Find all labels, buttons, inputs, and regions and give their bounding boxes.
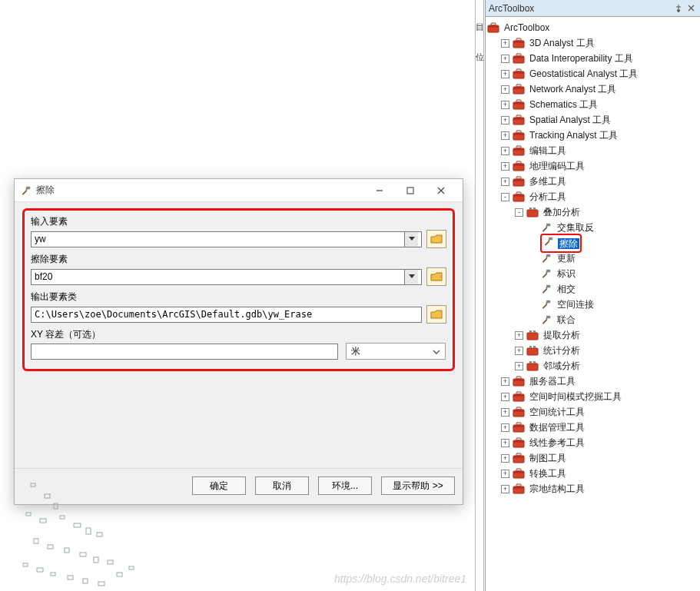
- toolbox-tree[interactable]: ArcToolbox +3D Analyst 工具+Data Interoper…: [486, 17, 700, 500]
- divider-sliver: 目 位: [475, 0, 484, 591]
- expand-icon[interactable]: +: [501, 393, 509, 401]
- xy-tolerance-input[interactable]: [31, 344, 338, 360]
- tree-item[interactable]: 交集取反: [487, 220, 698, 235]
- expand-icon[interactable]: +: [501, 70, 509, 78]
- tree-item[interactable]: -分析工具: [487, 189, 698, 204]
- chevron-down-icon[interactable]: [404, 270, 418, 284]
- tree-item-label: 分析工具: [528, 189, 568, 204]
- svg-rect-76: [546, 270, 550, 273]
- browse-output-button[interactable]: [426, 305, 446, 324]
- tree-item[interactable]: +3D Analyst 工具: [487, 35, 698, 51]
- collapse-icon[interactable]: -: [501, 193, 509, 201]
- show-help-button[interactable]: 显示帮助 >>: [381, 476, 455, 495]
- browse-erase-button[interactable]: [426, 267, 446, 286]
- tree-item-label: 3D Analyst 工具: [528, 35, 596, 51]
- svg-rect-67: [527, 210, 538, 217]
- tree-item[interactable]: +Data Interoperability 工具: [487, 51, 698, 66]
- minimize-button[interactable]: [364, 181, 395, 201]
- svg-rect-98: [516, 392, 521, 394]
- expand-icon[interactable]: +: [501, 39, 509, 48]
- tree-item[interactable]: +多维工具: [487, 174, 698, 189]
- toolbox-icon: [513, 52, 525, 65]
- svg-rect-28: [129, 566, 134, 569]
- tree-item[interactable]: 联合: [487, 312, 698, 327]
- expand-icon[interactable]: +: [501, 131, 509, 140]
- ok-button[interactable]: 确定: [192, 476, 246, 495]
- dialog-titlebar[interactable]: 擦除: [15, 179, 463, 202]
- tree-item[interactable]: +Geostatistical Analyst 工具: [487, 66, 698, 81]
- toolbox-icon: [513, 406, 525, 418]
- panel-titlebar[interactable]: ArcToolbox: [486, 0, 700, 17]
- expand-icon[interactable]: +: [501, 55, 509, 63]
- chevron-down-icon[interactable]: [404, 232, 418, 247]
- expand-icon[interactable]: +: [501, 439, 509, 447]
- environments-button[interactable]: 环境...: [318, 476, 372, 495]
- output-class-input[interactable]: [31, 307, 422, 323]
- tree-item[interactable]: +转换工具: [487, 466, 698, 481]
- tree-item[interactable]: +提取分析: [487, 327, 698, 343]
- close-button[interactable]: [426, 181, 456, 201]
- tree-item[interactable]: +Schematics 工具: [487, 97, 698, 112]
- tree-item[interactable]: +服务器工具: [487, 374, 698, 389]
- expand-icon[interactable]: +: [501, 377, 509, 386]
- svg-rect-91: [529, 361, 532, 364]
- tree-item[interactable]: +统计分析: [487, 343, 698, 358]
- watermark-text: https://blog.csdn.net/bitree1: [334, 573, 466, 585]
- tree-item[interactable]: 相交: [487, 281, 698, 297]
- unit-select[interactable]: 米: [346, 343, 446, 360]
- erase-features-combo[interactable]: bf20: [31, 269, 422, 285]
- collapse-icon[interactable]: -: [515, 208, 523, 217]
- tree-root[interactable]: ArcToolbox: [487, 20, 698, 35]
- tree-item-label: 多维工具: [528, 174, 568, 189]
- tree-item[interactable]: +邻域分析: [487, 358, 698, 374]
- tree-item[interactable]: +数据管理工具: [487, 420, 698, 435]
- svg-rect-42: [516, 69, 521, 71]
- xy-tolerance-label: XY 容差（可选）: [31, 328, 446, 341]
- tree-item[interactable]: +宗地结构工具: [487, 481, 698, 496]
- tree-item[interactable]: 空间连接: [487, 297, 698, 312]
- tree-item-label: 叠加分析: [542, 204, 582, 220]
- expand-icon[interactable]: +: [501, 178, 509, 186]
- expand-icon[interactable]: +: [501, 454, 509, 463]
- svg-rect-77: [546, 272, 548, 274]
- tree-item-label: 数据管理工具: [528, 420, 586, 435]
- tree-item[interactable]: +制图工具: [487, 450, 698, 466]
- tree-item-label: Spatial Analyst 工具: [528, 112, 612, 128]
- maximize-button[interactable]: [395, 181, 426, 201]
- tree-item[interactable]: +Spatial Analyst 工具: [487, 112, 698, 128]
- expand-icon[interactable]: +: [501, 485, 509, 493]
- tree-item[interactable]: -叠加分析: [487, 204, 698, 220]
- expand-icon[interactable]: +: [515, 347, 523, 355]
- expand-icon[interactable]: +: [501, 85, 509, 94]
- tree-item[interactable]: +Tracking Analyst 工具: [487, 128, 698, 143]
- expand-icon[interactable]: +: [501, 147, 509, 155]
- pin-icon[interactable]: [672, 2, 685, 15]
- expand-icon[interactable]: +: [501, 101, 509, 109]
- hammer-icon: [542, 235, 555, 247]
- tree-item[interactable]: 标识: [487, 266, 698, 281]
- input-features-combo[interactable]: yw: [31, 231, 422, 247]
- tree-item[interactable]: +Network Analyst 工具: [487, 81, 698, 97]
- expand-icon[interactable]: +: [501, 470, 509, 478]
- erase-features-label: 擦除要素: [31, 253, 446, 266]
- expand-icon[interactable]: +: [501, 423, 509, 432]
- svg-rect-80: [546, 300, 550, 304]
- tree-item[interactable]: +编辑工具: [487, 143, 698, 158]
- svg-rect-68: [529, 208, 532, 210]
- expand-icon[interactable]: +: [501, 408, 509, 417]
- expand-icon[interactable]: +: [515, 331, 523, 340]
- tree-item[interactable]: 更新: [487, 251, 698, 266]
- tree-item[interactable]: +线性参考工具: [487, 435, 698, 450]
- close-icon[interactable]: [685, 2, 697, 15]
- tree-item[interactable]: 擦除: [487, 235, 698, 251]
- tree-item[interactable]: +空间统计工具: [487, 404, 698, 420]
- tree-item[interactable]: +地理编码工具: [487, 158, 698, 174]
- expand-icon[interactable]: +: [501, 162, 509, 171]
- expand-icon[interactable]: +: [515, 362, 523, 370]
- tree-item[interactable]: +空间时间模式挖掘工具: [487, 389, 698, 404]
- toolset-icon: [526, 360, 539, 372]
- svg-rect-82: [546, 316, 550, 319]
- browse-input-button[interactable]: [426, 230, 446, 248]
- expand-icon[interactable]: +: [501, 116, 509, 125]
- cancel-button[interactable]: 取消: [255, 476, 309, 495]
